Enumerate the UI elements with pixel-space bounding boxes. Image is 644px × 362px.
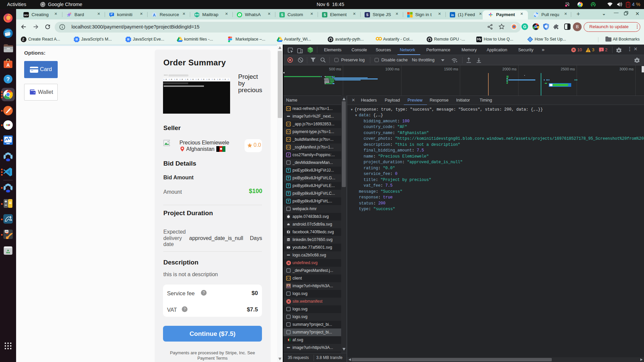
svg-text:S: S <box>324 13 326 17</box>
svg-text:!: ! <box>601 48 602 51</box>
svg-text:S: S <box>281 13 283 17</box>
svg-text:?: ? <box>6 76 10 82</box>
svg-text:in: in <box>451 13 454 17</box>
svg-text:GK: GK <box>5 230 8 232</box>
svg-text:G: G <box>523 24 526 29</box>
svg-text:S: S <box>366 13 369 17</box>
svg-text:A: A <box>6 62 10 68</box>
svg-text:DEV: DEV <box>24 14 29 16</box>
